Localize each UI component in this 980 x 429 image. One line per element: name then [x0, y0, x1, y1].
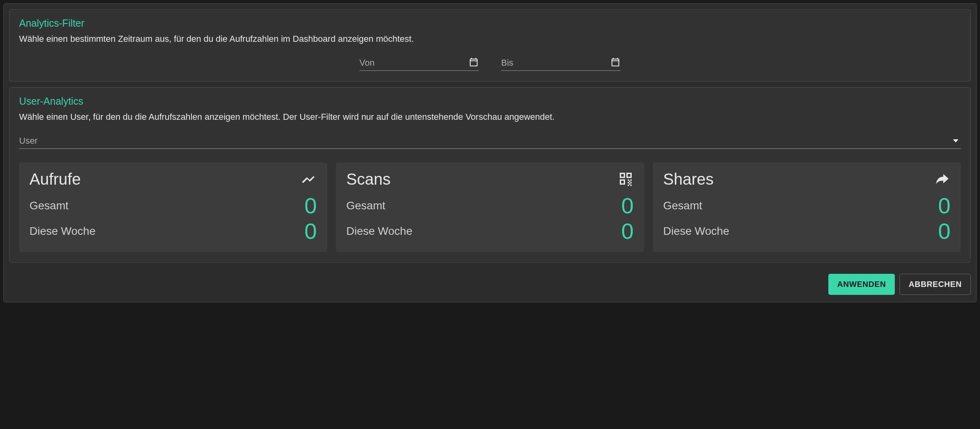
- user-analytics-panel: User-Analytics Wähle einen User, für den…: [9, 87, 971, 263]
- stat-total-value: 0: [938, 195, 951, 217]
- user-select[interactable]: User: [19, 133, 961, 149]
- stat-week-value: 0: [305, 220, 317, 242]
- stat-week-label: Diese Woche: [663, 225, 729, 238]
- date-from-label: Von: [359, 58, 375, 68]
- cancel-button[interactable]: ABBRECHEN: [900, 274, 971, 295]
- card-title: Shares: [663, 170, 714, 188]
- stat-week-value: 0: [621, 220, 634, 242]
- stat-week: Diese Woche 0: [346, 218, 634, 244]
- card-title: Aufrufe: [29, 170, 81, 188]
- stat-week: Diese Woche 0: [29, 218, 317, 244]
- card-aufrufe: Aufrufe Gesamt 0 Diese Woche 0: [19, 162, 327, 252]
- stat-total-value: 0: [305, 195, 317, 217]
- stat-total-value: 0: [621, 195, 634, 217]
- user-select-label: User: [19, 136, 37, 146]
- analytics-filter-panel: Analytics-Filter Wähle einen bestimmten …: [9, 9, 971, 82]
- stat-week: Diese Woche 0: [663, 218, 951, 244]
- stat-week-label: Diese Woche: [346, 225, 412, 238]
- stat-total: Gesamt 0: [346, 193, 634, 218]
- date-to-label: Bis: [501, 58, 513, 68]
- qr-icon: [618, 171, 634, 188]
- card-header: Shares: [663, 170, 951, 188]
- date-from-field[interactable]: Von: [359, 55, 479, 71]
- stat-total: Gesamt 0: [663, 193, 951, 218]
- card-scans: Scans Gesamt 0 Diese Woche 0: [336, 162, 644, 252]
- card-title: Scans: [346, 170, 390, 188]
- stat-week-value: 0: [938, 220, 951, 242]
- dialog-actions: ANWENDEN ABBRECHEN: [9, 274, 971, 295]
- card-shares: Shares Gesamt 0 Diese Woche 0: [653, 162, 961, 252]
- card-header: Aufrufe: [29, 170, 317, 188]
- user-analytics-title: User-Analytics: [19, 96, 961, 107]
- calendar-icon: [469, 57, 479, 69]
- date-range-row: Von Bis: [19, 55, 961, 71]
- analytics-filter-title: Analytics-Filter: [19, 18, 961, 29]
- stat-total-label: Gesamt: [346, 199, 385, 212]
- stat-total-label: Gesamt: [663, 199, 702, 212]
- analytics-filter-description: Wähle einen bestimmten Zeitraum aus, für…: [19, 34, 961, 44]
- card-header: Scans: [346, 170, 634, 188]
- stat-week-label: Diese Woche: [29, 225, 96, 238]
- stats-cards: Aufrufe Gesamt 0 Diese Woche 0 Scans: [19, 162, 961, 252]
- share-icon: [935, 171, 951, 188]
- stat-total-label: Gesamt: [29, 199, 68, 212]
- trend-icon: [301, 171, 317, 188]
- stat-total: Gesamt 0: [29, 193, 317, 218]
- date-to-field[interactable]: Bis: [501, 55, 621, 71]
- user-analytics-description: Wähle einen User, für den du die Aufrufs…: [19, 112, 961, 122]
- apply-button[interactable]: ANWENDEN: [828, 274, 895, 295]
- chevron-down-icon: [953, 139, 959, 142]
- calendar-icon: [610, 57, 621, 69]
- dialog-container: Analytics-Filter Wähle einen bestimmten …: [3, 3, 977, 302]
